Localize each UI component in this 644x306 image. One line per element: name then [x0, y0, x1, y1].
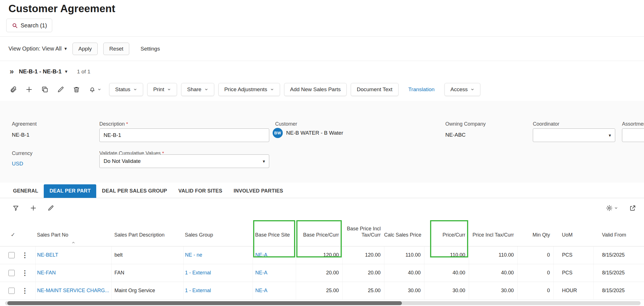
translation-button[interactable]: Translation — [403, 83, 440, 96]
column-header-base-price-curr[interactable]: Base Price/Curr — [296, 218, 342, 246]
data-grid: ✓ Sales Part No Sales Part Description S… — [0, 218, 644, 300]
search-button[interactable]: Search (1) — [6, 19, 52, 32]
column-header-base-price-incl-tax-curr[interactable]: Base Price Incl Tax/Curr — [342, 218, 384, 246]
agreement-label: Agreement — [12, 121, 37, 127]
view-option-label: View Option: View All — [8, 45, 62, 52]
column-header-sales-part-no[interactable]: Sales Part No — [35, 218, 111, 246]
coordinator-dropdown[interactable]: ▾ — [533, 128, 615, 142]
sales-part-description-cell: belt — [111, 246, 183, 264]
sales-part-no-link[interactable]: NE-MAINT SERVICE CHARG... — [37, 288, 109, 293]
bell-icon — [89, 86, 96, 93]
command-bar: Status Print Share Price Adjustments Add… — [0, 78, 644, 101]
sales-part-no-link[interactable]: NE-FAN — [37, 270, 56, 276]
export-button[interactable] — [629, 205, 636, 211]
select-all-check-icon[interactable]: ✓ — [11, 232, 15, 238]
settings-button[interactable]: Settings — [135, 43, 166, 55]
tab-general[interactable]: GENERAL — [7, 184, 44, 198]
dropdown-arrow-icon: ▾ — [263, 159, 265, 164]
row-checkbox[interactable] — [8, 288, 15, 294]
column-header-sales-part-description[interactable]: Sales Part Description — [111, 218, 183, 246]
table-toolbar-right — [606, 205, 636, 211]
customer-agreement-page: Customer Agreement Search (1) View Optio… — [0, 0, 644, 305]
base-price-site-link[interactable]: NE-A — [255, 288, 268, 293]
record-selector[interactable]: NE-B-1 - NE-B-1 ▾ — [19, 68, 67, 75]
price-adjustments-button[interactable]: Price Adjustments — [218, 83, 280, 96]
price-incl-tax-curr-cell: 30.00 — [469, 282, 517, 300]
sales-group-link[interactable]: 1 - External — [185, 288, 211, 293]
add-record-button[interactable] — [25, 86, 33, 93]
calc-sales-price-cell: 30.00 — [384, 282, 424, 300]
customer-value: BW NE-B WATER - B Water — [273, 128, 343, 138]
share-button[interactable]: Share — [181, 83, 214, 96]
column-header-valid-from[interactable]: Valid From — [593, 218, 644, 246]
attachments-button[interactable] — [10, 86, 17, 93]
command-button-group: Status Print Share Price Adjustments Add… — [109, 83, 480, 96]
required-mark: * — [126, 121, 128, 127]
print-button[interactable]: Print — [147, 83, 177, 96]
base-price-site-link[interactable]: NE-A — [255, 270, 268, 276]
add-row-button[interactable] — [30, 205, 37, 211]
pencil-icon — [47, 205, 54, 211]
horizontal-scrollbar[interactable] — [5, 301, 641, 305]
table-header-row: ✓ Sales Part No Sales Part Description S… — [0, 218, 644, 246]
row-checkbox[interactable] — [8, 252, 15, 258]
notifications-button[interactable] — [89, 86, 101, 93]
tab-valid-for-sites[interactable]: VALID FOR SITES — [173, 184, 228, 198]
tab-involved-parties[interactable]: INVOLVED PARTIES — [228, 184, 289, 198]
currency-link[interactable]: USD — [12, 161, 23, 167]
scrollbar-thumb[interactable] — [7, 301, 402, 305]
table-toolbar-left — [12, 205, 54, 211]
row-menu-kebab-icon[interactable]: ⋮ — [21, 287, 28, 294]
row-menu-kebab-icon[interactable]: ⋮ — [21, 252, 28, 259]
record-navigation: » NE-B-1 - NE-B-1 ▾ 1 of 1 — [0, 61, 644, 78]
dropdown-arrow-icon: ▾ — [609, 133, 611, 138]
customer-label: Customer — [275, 121, 297, 127]
table-settings-button[interactable] — [606, 205, 618, 211]
view-option-dropdown[interactable]: View Option: View All ▾ — [8, 45, 67, 52]
funnel-icon — [12, 205, 19, 211]
apply-button[interactable]: Apply — [73, 43, 98, 55]
sales-group-link[interactable]: NE - ne — [185, 252, 202, 258]
plus-icon — [30, 205, 37, 211]
uom-cell: HOUR — [553, 282, 593, 300]
validate-cumulative-values-dropdown[interactable]: Do Not Validate ▾ — [99, 154, 269, 168]
duplicate-record-button[interactable] — [41, 86, 49, 93]
column-header-price-curr[interactable]: Price/Curr — [424, 218, 469, 246]
record-selector-label: NE-B-1 - NE-B-1 — [19, 68, 62, 75]
export-icon — [629, 205, 636, 211]
table-row: ⋮ NE-MAINT SERVICE CHARG... Maint Org Se… — [0, 282, 644, 300]
filter-button[interactable] — [12, 205, 19, 211]
status-button[interactable]: Status — [109, 83, 143, 96]
column-header-min-qty[interactable]: Min Qty — [517, 218, 553, 246]
tab-deal-per-sales-group[interactable]: DEAL PER SALES GROUP — [96, 184, 173, 198]
column-header-base-price-site[interactable]: Base Price Site — [253, 218, 296, 246]
base-price-site-link[interactable]: NE-A — [255, 252, 268, 258]
delete-record-button[interactable] — [73, 86, 80, 93]
reset-button[interactable]: Reset — [103, 43, 129, 55]
column-header-uom[interactable]: UoM — [553, 218, 593, 246]
assortment-field[interactable] — [622, 128, 644, 142]
assortment-label: Assortment — [622, 121, 644, 127]
column-header-sales-group[interactable]: Sales Group — [183, 218, 253, 246]
column-header-calc-sales-price[interactable]: Calc Sales Price — [384, 218, 424, 246]
row-checkbox[interactable] — [8, 270, 15, 276]
table-row: ⋮ NE-FAN FAN 1 - External NE-A 20.00 20.… — [0, 264, 644, 282]
sales-part-no-link[interactable]: NE-BELT — [37, 252, 58, 258]
trash-icon — [73, 86, 80, 93]
column-header-price-incl-tax-curr[interactable]: Price Incl Tax/Curr — [469, 218, 517, 246]
row-menu-kebab-icon[interactable]: ⋮ — [21, 270, 28, 276]
expand-selector-icon[interactable]: » — [10, 68, 14, 75]
edit-record-button[interactable] — [57, 86, 64, 93]
tab-deal-per-part[interactable]: DEAL PER PART — [44, 184, 96, 198]
sales-group-link[interactable]: 1 - External — [185, 270, 211, 276]
document-text-button[interactable]: Document Text — [351, 83, 398, 96]
edit-rows-button[interactable] — [47, 205, 54, 211]
add-new-sales-parts-button[interactable]: Add New Sales Parts — [284, 83, 347, 96]
chevron-down-icon — [133, 88, 137, 91]
copy-icon — [41, 86, 49, 93]
access-button[interactable]: Access — [444, 83, 480, 96]
search-button-label: Search (1) — [21, 22, 47, 29]
price-curr-cell: 40.00 — [424, 264, 469, 282]
description-field[interactable] — [99, 128, 269, 142]
owning-company-label: Owning Company — [445, 121, 486, 127]
